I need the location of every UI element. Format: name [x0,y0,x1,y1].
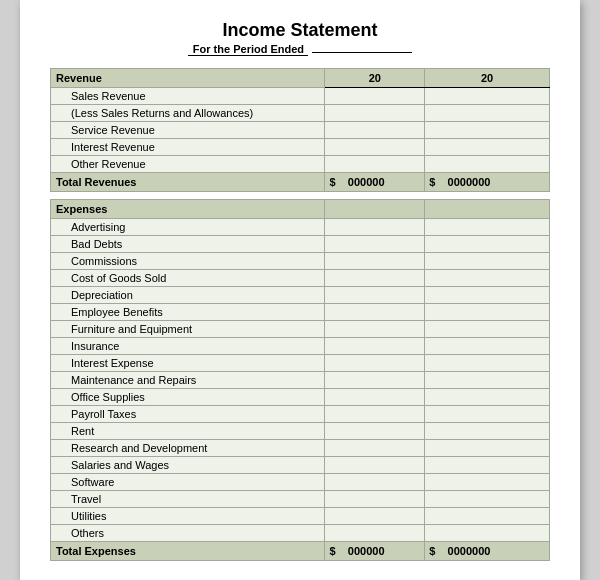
table-row: Employee Benefits [51,304,550,321]
spacer [51,192,550,200]
revenue-item-service-col1 [325,122,425,139]
revenue-item-other-col1 [325,156,425,173]
expense-interest: Interest Expense [51,355,325,372]
expense-maintenance: Maintenance and Repairs [51,372,325,389]
expense-utilities: Utilities [51,508,325,525]
revenue-header-row: Revenue 20 20 [51,69,550,88]
page-container: Income Statement For the Period Ended Re… [20,0,580,580]
total-expenses-col2: $ 0000000 [425,542,550,561]
total-revenues-col1: $ 000000 [325,173,425,192]
revenue-item-returns-col1 [325,105,425,122]
revenue-item-sales: Sales Revenue [51,88,325,105]
expense-payroll-taxes: Payroll Taxes [51,406,325,423]
table-row: Utilities [51,508,550,525]
table-row: Other Revenue [51,156,550,173]
table-row: Advertising [51,219,550,236]
table-row: Others [51,525,550,542]
expense-furniture: Furniture and Equipment [51,321,325,338]
revenue-item-returns: (Less Sales Returns and Allowances) [51,105,325,122]
expense-bad-debts: Bad Debts [51,236,325,253]
revenue-label: Revenue [51,69,325,88]
expenses-col2-header [425,200,550,219]
expense-rent: Rent [51,423,325,440]
expense-travel: Travel [51,491,325,508]
expense-advertising: Advertising [51,219,325,236]
revenue-item-sales-col2 [425,88,550,105]
table-row: Interest Expense [51,355,550,372]
col2-header: 20 [425,69,550,88]
table-row: Travel [51,491,550,508]
revenue-item-interest-col1 [325,139,425,156]
expenses-header-row: Expenses [51,200,550,219]
total-expenses-row: Total Expenses $ 000000 $ 0000000 [51,542,550,561]
table-row: Insurance [51,338,550,355]
revenue-item-interest-col2 [425,139,550,156]
revenue-item-returns-col2 [425,105,550,122]
revenue-item-other: Other Revenue [51,156,325,173]
table-row: (Less Sales Returns and Allowances) [51,105,550,122]
revenue-item-interest: Interest Revenue [51,139,325,156]
expense-insurance: Insurance [51,338,325,355]
table-row: Software [51,474,550,491]
expense-research: Research and Development [51,440,325,457]
table-row: Bad Debts [51,236,550,253]
expense-employee-benefits: Employee Benefits [51,304,325,321]
table-row: Payroll Taxes [51,406,550,423]
expense-software: Software [51,474,325,491]
page-title: Income Statement [50,20,550,41]
table-row: Commissions [51,253,550,270]
expense-salaries: Salaries and Wages [51,457,325,474]
table-row: Office Supplies [51,389,550,406]
table-row: Rent [51,423,550,440]
income-statement-table: Revenue 20 20 Sales Revenue (Less Sales … [50,68,550,561]
table-row: Furniture and Equipment [51,321,550,338]
table-row: Interest Revenue [51,139,550,156]
total-revenues-col2: $ 0000000 [425,173,550,192]
col1-header: 20 [325,69,425,88]
expense-commissions: Commissions [51,253,325,270]
total-expenses-label: Total Expenses [51,542,325,561]
expenses-col1-header [325,200,425,219]
table-row: Maintenance and Repairs [51,372,550,389]
table-row: Research and Development [51,440,550,457]
revenue-item-other-col2 [425,156,550,173]
expense-depreciation: Depreciation [51,287,325,304]
total-revenues-label: Total Revenues [51,173,325,192]
table-row: Cost of Goods Sold [51,270,550,287]
expenses-label: Expenses [51,200,325,219]
table-row: Service Revenue [51,122,550,139]
expense-cogs: Cost of Goods Sold [51,270,325,287]
expense-office-supplies: Office Supplies [51,389,325,406]
table-row: Salaries and Wages [51,457,550,474]
revenue-item-service: Service Revenue [51,122,325,139]
page-subtitle: For the Period Ended [50,43,550,56]
total-revenues-row: Total Revenues $ 000000 $ 0000000 [51,173,550,192]
table-row: Sales Revenue [51,88,550,105]
revenue-item-sales-col1 [325,88,425,105]
table-row: Depreciation [51,287,550,304]
expense-others: Others [51,525,325,542]
revenue-item-service-col2 [425,122,550,139]
total-expenses-col1: $ 000000 [325,542,425,561]
